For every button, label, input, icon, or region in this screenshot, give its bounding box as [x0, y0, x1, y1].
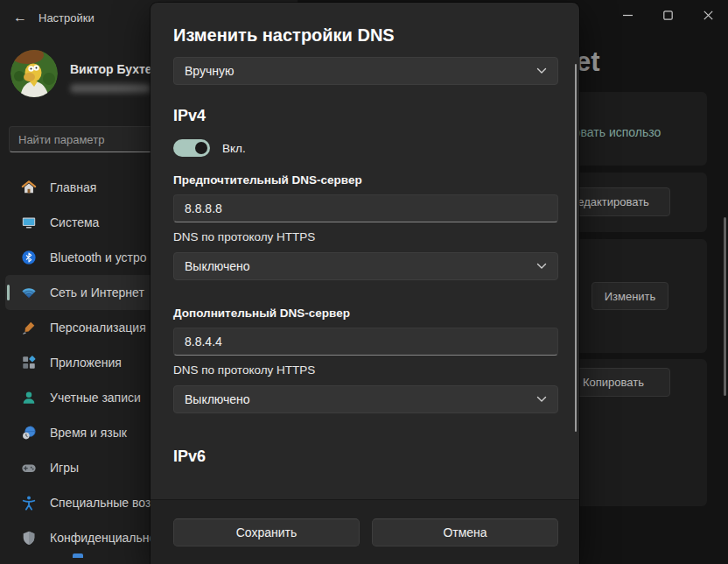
sidebar-item-label: Bluetooth и устро: [50, 250, 147, 264]
ipv4-toggle-label: Вкл.: [222, 142, 246, 155]
paintbrush-icon: [21, 320, 37, 335]
user-email-blurred: [70, 84, 150, 93]
alternate-https-value: Выключено: [185, 392, 250, 406]
gamepad-icon: [21, 460, 37, 476]
settings-window: ← Настройки: [0, 0, 728, 564]
partial-sidebar-icon: [73, 553, 83, 558]
maximize-icon: [663, 11, 673, 20]
dns-mode-value: Вручную: [185, 64, 234, 78]
clock-globe-icon: [21, 425, 37, 441]
user-profile[interactable]: Виктор Бухте: [10, 50, 152, 97]
sidebar-item-label: Конфиденциально: [50, 531, 156, 545]
ipv6-heading: IPv6: [173, 448, 558, 466]
avatar: [10, 50, 58, 97]
dialog-footer: Сохранить Отмена: [150, 499, 579, 564]
minimize-icon: [623, 11, 633, 20]
back-button[interactable]: ←: [7, 6, 33, 29]
system-icon: [21, 215, 37, 230]
preferred-https-dropdown[interactable]: Выключено: [173, 252, 558, 280]
chevron-down-icon: [536, 263, 547, 270]
minimize-button[interactable]: [607, 0, 648, 30]
person-icon: [21, 390, 37, 405]
sidebar-item-label: Специальные воз: [50, 496, 150, 510]
sidebar-item-label: Время и язык: [50, 426, 127, 440]
page-title-fragment: et: [576, 46, 600, 78]
ipv4-toggle[interactable]: [173, 139, 210, 157]
dialog-scrollbar[interactable]: [575, 64, 577, 432]
user-name: Виктор Бухте: [70, 62, 152, 76]
close-icon: [704, 11, 713, 20]
sidebar-item-label: Главная: [50, 180, 96, 194]
back-arrow-icon: ←: [13, 10, 27, 25]
alternate-https-label: DNS по протоколу HTTPS: [173, 363, 558, 377]
shield-icon: [21, 530, 37, 546]
window-title: Настройки: [38, 11, 94, 25]
accessibility-icon: [21, 495, 37, 511]
preferred-https-value: Выключено: [185, 259, 250, 273]
cancel-button[interactable]: Отмена: [372, 518, 558, 546]
wifi-icon: [21, 285, 37, 300]
close-button[interactable]: [688, 0, 728, 30]
dns-mode-dropdown[interactable]: Вручную: [173, 57, 558, 85]
sidebar-item-label: Сеть и Интернет: [50, 286, 144, 300]
preferred-dns-value: 8.8.8.8: [185, 201, 222, 215]
save-button[interactable]: Сохранить: [173, 518, 360, 546]
sidebar-item-label: Приложения: [50, 356, 122, 370]
ipv4-heading: IPv4: [173, 107, 558, 125]
dialog-title: Изменить настройки DNS: [173, 25, 558, 46]
preferred-dns-label: Предпочтительный DNS-сервер: [173, 173, 558, 187]
apps-icon: [21, 355, 37, 370]
change-button[interactable]: Изменить: [592, 282, 668, 310]
alternate-dns-label: Дополнительный DNS-сервер: [173, 307, 558, 320]
alternate-https-dropdown[interactable]: Выключено: [173, 385, 558, 413]
sidebar-item-label: Персонализация: [50, 321, 146, 335]
preferred-https-label: DNS по протоколу HTTPS: [173, 230, 558, 243]
sidebar-item-label: Учетные записи: [50, 391, 141, 405]
sidebar-item-label: Игры: [50, 461, 79, 475]
window-controls: [607, 0, 728, 30]
page-scrollbar[interactable]: [724, 217, 726, 396]
alternate-dns-input[interactable]: 8.8.4.4: [173, 328, 558, 356]
toggle-knob: [195, 142, 207, 154]
preferred-dns-input[interactable]: 8.8.8.8: [173, 194, 558, 222]
alternate-dns-value: 8.8.4.4: [185, 335, 222, 349]
dns-settings-dialog: Изменить настройки DNS Вручную IPv4 Вкл.…: [150, 3, 579, 564]
chevron-down-icon: [536, 396, 547, 403]
data-usage-link[interactable]: ровать использо: [567, 125, 661, 139]
home-icon: [21, 180, 37, 195]
titlebar: ← Настройки: [0, 0, 94, 35]
maximize-button[interactable]: [648, 0, 688, 30]
chevron-down-icon: [536, 67, 547, 74]
sidebar-item-label: Система: [50, 215, 99, 229]
bluetooth-icon: [21, 250, 37, 265]
